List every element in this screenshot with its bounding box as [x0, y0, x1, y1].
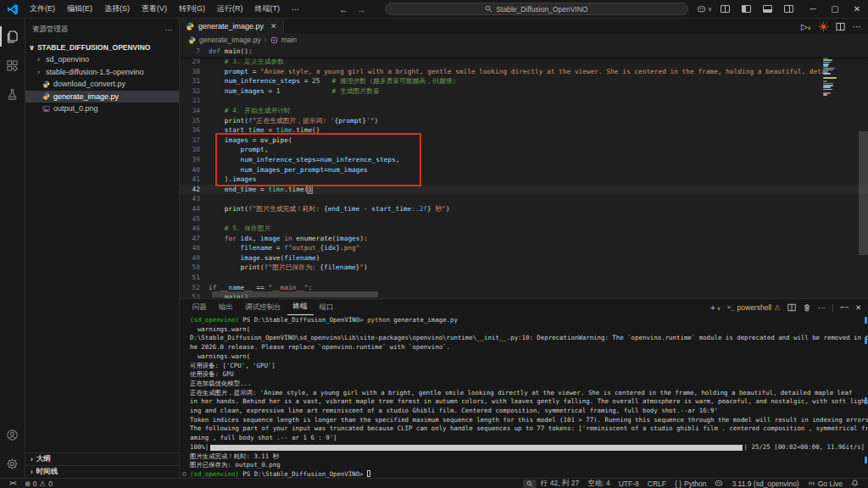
- terminal-line: 使用设备: GPU: [190, 370, 865, 380]
- command-center-search[interactable]: Stable_Diffusion_OpenVINO: [385, 3, 688, 15]
- customize-layout-icon[interactable]: [721, 5, 730, 13]
- code-line-46[interactable]: 46 # 5. 保存图片: [180, 224, 868, 234]
- code-line-29[interactable]: 29 # 3. 定义生成参数: [180, 57, 868, 67]
- code-line-31[interactable]: 31 num_inference_steps = 25 # 推理步数（越多质量可…: [180, 76, 868, 86]
- cursor-position-item[interactable]: 行 42, 列 27: [537, 479, 583, 488]
- run-python-file-icon[interactable]: ▷∨: [801, 22, 811, 31]
- settings-gear-icon[interactable]: [0, 449, 25, 478]
- account-icon[interactable]: [0, 420, 25, 449]
- encoding-item[interactable]: UTF-8: [615, 480, 643, 488]
- go-live-item[interactable]: Go Live: [804, 480, 847, 488]
- breadcrumb-symbol[interactable]: main: [281, 36, 297, 44]
- search-query-text: Stable_Diffusion_OpenVINO: [496, 5, 587, 14]
- python-interpreter-item[interactable]: 3.11.9 (sd_openvino): [727, 480, 803, 488]
- terminal-line: Token indices sequence length is longer …: [190, 416, 865, 425]
- split-terminal-icon[interactable]: [787, 303, 796, 312]
- code-line-47[interactable]: 47 for idx, image in enumerate(images):: [180, 234, 868, 244]
- editor-vertical-scrollbar[interactable]: [859, 131, 868, 255]
- timeline-section[interactable]: › 时间线: [25, 465, 179, 478]
- code-line-50[interactable]: 50 print(f"图片已保存为: {filename}"): [180, 263, 868, 273]
- toggle-panel-icon[interactable]: [763, 5, 772, 13]
- maximize-panel-icon[interactable]: ⌐¬: [841, 303, 849, 311]
- menu-item[interactable]: 终端(T): [249, 1, 287, 17]
- flame-icon[interactable]: [819, 22, 828, 31]
- terminal-output[interactable]: (sd_openvino) PS D:\Stable_Diffusion_Ope…: [180, 315, 868, 478]
- code-line-33[interactable]: 33: [180, 96, 868, 106]
- kill-terminal-icon[interactable]: [803, 303, 811, 312]
- panel-tab-终端[interactable]: 终端: [287, 299, 314, 315]
- window-close-button[interactable]: ✕: [846, 4, 868, 14]
- copilot-menu[interactable]: ∨: [697, 5, 712, 14]
- terminal-line: The following part of your input was tru…: [190, 424, 865, 434]
- code-line-7[interactable]: 7def main():: [180, 46, 868, 57]
- explorer-root-folder[interactable]: ∨ STABLE_DIFFUSION_OPENVINO: [25, 41, 179, 53]
- terminal-cursor: [367, 470, 370, 477]
- close-panel-icon[interactable]: ✕: [855, 303, 861, 312]
- panel-more-actions-icon[interactable]: ⋯: [818, 303, 826, 312]
- panel-tab-问题[interactable]: 问题: [186, 299, 213, 315]
- python-file-icon: [188, 36, 196, 44]
- nav-back-icon[interactable]: ←: [339, 4, 348, 14]
- toggle-sidebar-icon[interactable]: [742, 5, 751, 13]
- explorer-more-actions-icon[interactable]: ⋯: [165, 25, 173, 34]
- code-editor[interactable]: 7def main(): 29 # 3. 定义生成参数30 prompt = "…: [180, 46, 868, 298]
- split-editor-icon[interactable]: [836, 22, 845, 31]
- nav-forward-icon[interactable]: →: [357, 4, 366, 14]
- python-file-icon: [186, 22, 194, 30]
- title-bar: 文件(E)编辑(E)选择(S)查看(V)转到(G)运行(R)终端(T)⋯ ← →…: [0, 0, 868, 19]
- outline-section[interactable]: › 大纲: [25, 452, 179, 465]
- file-tree-item-sd-openvino[interactable]: ›sd_openvino: [25, 53, 179, 66]
- menu-item[interactable]: 选择(S): [98, 1, 136, 17]
- notifications-bell-icon[interactable]: [847, 480, 863, 487]
- code-line-35[interactable]: 35 print(f"正在生成图片，提示词: '{prompt}'"): [180, 116, 868, 126]
- copilot-status-icon[interactable]: [710, 480, 727, 487]
- new-terminal-icon[interactable]: ＋∨: [709, 302, 721, 313]
- editor-horizontal-scrollbar[interactable]: [212, 291, 378, 297]
- remote-indicator-icon[interactable]: ><: [5, 480, 20, 487]
- testing-view-icon[interactable]: [0, 80, 25, 108]
- explorer-view-icon[interactable]: [0, 22, 25, 51]
- terminal-line: warnings.warn(: [190, 325, 865, 335]
- menu-item[interactable]: 运行(R): [211, 1, 249, 17]
- file-tree-item-generate-image-py[interactable]: generate_image.py: [25, 91, 179, 103]
- eol-item[interactable]: CRLF: [643, 480, 670, 488]
- language-mode-item[interactable]: { } Python: [670, 480, 711, 488]
- panel-tab-调试控制台[interactable]: 调试控制台: [239, 299, 287, 315]
- tab-close-icon[interactable]: ✕: [270, 22, 277, 30]
- code-line-45[interactable]: 45: [180, 214, 868, 225]
- indentation-item[interactable]: 空格: 4: [583, 479, 614, 488]
- file-tree-item-download-convert-py[interactable]: download_convert.py: [25, 78, 179, 91]
- code-line-49[interactable]: 49 image.save(filename): [180, 253, 868, 263]
- code-line-32[interactable]: 32 num_images = 1 # 生成图片数量: [180, 86, 868, 97]
- menu-item[interactable]: 文件(E): [24, 1, 61, 17]
- code-line-51[interactable]: 51: [180, 273, 868, 283]
- menu-item[interactable]: 编辑(E): [61, 1, 98, 17]
- toggle-secondary-sidebar-icon[interactable]: [784, 5, 793, 13]
- sticky-scroll-line[interactable]: 7def main():: [180, 46, 868, 57]
- window-minimize-button[interactable]: ─: [802, 4, 824, 14]
- magnifier-icon: [526, 480, 533, 487]
- panel-tab-端口[interactable]: 端口: [314, 299, 340, 315]
- menu-item[interactable]: ⋯: [286, 3, 305, 16]
- terminal-shell-item[interactable]: >_ powershell ⚠: [727, 303, 781, 312]
- file-tree-item-output-0-png[interactable]: output_0.png: [25, 103, 179, 115]
- editor-more-actions-icon[interactable]: ⋯: [853, 22, 861, 31]
- problems-item[interactable]: ⊗0 ⚠0: [20, 480, 57, 488]
- terminal-line: 可用设备: ['CPU', 'GPU']: [190, 362, 865, 371]
- tab-generate-image[interactable]: generate_image.py ✕: [180, 19, 284, 34]
- code-line-43[interactable]: 43: [180, 194, 868, 204]
- code-line-30[interactable]: 30 prompt = "Anime style, a young girl w…: [180, 67, 868, 77]
- panel-tab-输出[interactable]: 输出: [213, 299, 239, 315]
- menu-item[interactable]: 查看(V): [136, 1, 173, 17]
- code-line-34[interactable]: 34 # 4. 开始生成并计时: [180, 106, 868, 116]
- terminal-icon: >_: [727, 304, 734, 311]
- breadcrumb-file[interactable]: generate_image.py: [199, 36, 261, 44]
- code-line-44[interactable]: 44 print(f"图片生成完成！耗时: {end_time - start_…: [180, 204, 868, 214]
- file-tree-item-stable-diffusion-1-5-openvino[interactable]: ›stable-diffusion-1.5-openvino: [25, 66, 179, 79]
- extensions-view-icon[interactable]: [0, 51, 25, 80]
- window-maximize-button[interactable]: ▢: [824, 4, 846, 14]
- zoom-status-item[interactable]: [523, 480, 537, 488]
- tab-label: generate_image.py: [198, 22, 264, 30]
- menu-item[interactable]: 转到(G): [173, 1, 211, 17]
- code-line-48[interactable]: 48 filename = f"output_{idx}.png": [180, 243, 868, 253]
